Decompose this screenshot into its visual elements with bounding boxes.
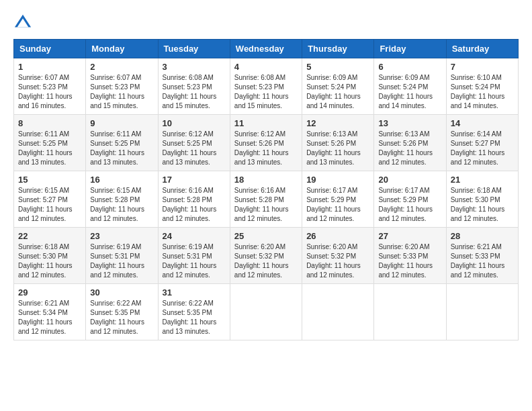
- day-number: 19: [306, 175, 369, 185]
- calendar-cell: 30 Sunrise: 6:22 AMSunset: 5:35 PMDaylig…: [86, 284, 158, 340]
- day-number: 8: [18, 118, 81, 128]
- day-info: Sunrise: 6:15 AMSunset: 5:27 PMDaylight:…: [18, 186, 81, 224]
- day-number: 14: [451, 118, 514, 128]
- day-info: Sunrise: 6:22 AMSunset: 5:35 PMDaylight:…: [90, 299, 153, 336]
- day-info: Sunrise: 6:10 AMSunset: 5:24 PMDaylight:…: [451, 73, 514, 111]
- day-number: 22: [18, 231, 81, 241]
- day-info: Sunrise: 6:07 AMSunset: 5:23 PMDaylight:…: [18, 73, 81, 111]
- calendar-cell: [302, 284, 374, 340]
- day-number: 24: [163, 231, 226, 241]
- calendar-cell: 25 Sunrise: 6:20 AMSunset: 5:32 PMDaylig…: [230, 228, 302, 284]
- calendar-week-2: 8 Sunrise: 6:11 AMSunset: 5:25 PMDayligh…: [14, 115, 519, 171]
- day-header-thursday: Thursday: [302, 40, 374, 58]
- day-info: Sunrise: 6:14 AMSunset: 5:27 PMDaylight:…: [451, 130, 514, 167]
- calendar-cell: 22 Sunrise: 6:18 AMSunset: 5:30 PMDaylig…: [14, 228, 86, 284]
- day-number: 16: [90, 175, 153, 185]
- calendar-week-5: 29 Sunrise: 6:21 AMSunset: 5:34 PMDaylig…: [14, 284, 519, 340]
- day-number: 21: [451, 175, 514, 185]
- day-info: Sunrise: 6:11 AMSunset: 5:25 PMDaylight:…: [18, 130, 81, 167]
- day-info: Sunrise: 6:17 AMSunset: 5:29 PMDaylight:…: [306, 186, 369, 224]
- calendar-cell: 15 Sunrise: 6:15 AMSunset: 5:27 PMDaylig…: [14, 171, 86, 228]
- calendar-cell: 10 Sunrise: 6:12 AMSunset: 5:25 PMDaylig…: [158, 115, 230, 171]
- calendar-cell: 8 Sunrise: 6:11 AMSunset: 5:25 PMDayligh…: [14, 115, 86, 171]
- calendar-cell: 11 Sunrise: 6:12 AMSunset: 5:26 PMDaylig…: [230, 115, 302, 171]
- day-number: 1: [18, 62, 81, 72]
- day-header-monday: Monday: [86, 40, 158, 58]
- day-info: Sunrise: 6:12 AMSunset: 5:25 PMDaylight:…: [163, 130, 226, 167]
- day-header-friday: Friday: [374, 40, 446, 58]
- day-info: Sunrise: 6:16 AMSunset: 5:28 PMDaylight:…: [234, 186, 298, 224]
- calendar-cell: 13 Sunrise: 6:13 AMSunset: 5:26 PMDaylig…: [374, 115, 446, 171]
- day-header-tuesday: Tuesday: [158, 40, 230, 58]
- day-number: 31: [163, 287, 226, 298]
- day-number: 15: [18, 175, 81, 185]
- day-info: Sunrise: 6:07 AMSunset: 5:23 PMDaylight:…: [90, 73, 153, 111]
- calendar-cell: 17 Sunrise: 6:16 AMSunset: 5:28 PMDaylig…: [158, 171, 230, 228]
- day-number: 11: [234, 118, 298, 128]
- calendar-cell: 20 Sunrise: 6:17 AMSunset: 5:29 PMDaylig…: [374, 171, 446, 228]
- day-header-wednesday: Wednesday: [230, 40, 302, 58]
- calendar-cell: 27 Sunrise: 6:20 AMSunset: 5:33 PMDaylig…: [374, 228, 446, 284]
- calendar-cell: [446, 284, 518, 340]
- calendar-week-3: 15 Sunrise: 6:15 AMSunset: 5:27 PMDaylig…: [14, 171, 519, 228]
- calendar-table: SundayMondayTuesdayWednesdayThursdayFrid…: [13, 39, 519, 340]
- day-info: Sunrise: 6:13 AMSunset: 5:26 PMDaylight:…: [378, 130, 441, 167]
- day-info: Sunrise: 6:18 AMSunset: 5:30 PMDaylight:…: [451, 186, 514, 224]
- day-number: 4: [234, 62, 298, 72]
- day-info: Sunrise: 6:12 AMSunset: 5:26 PMDaylight:…: [234, 130, 298, 167]
- calendar-cell: 18 Sunrise: 6:16 AMSunset: 5:28 PMDaylig…: [230, 171, 302, 228]
- day-number: 18: [234, 175, 298, 185]
- day-number: 20: [378, 175, 441, 185]
- calendar-week-1: 1 Sunrise: 6:07 AMSunset: 5:23 PMDayligh…: [14, 58, 519, 115]
- calendar-cell: 31 Sunrise: 6:22 AMSunset: 5:35 PMDaylig…: [158, 284, 230, 340]
- day-info: Sunrise: 6:21 AMSunset: 5:33 PMDaylight:…: [451, 242, 514, 280]
- day-info: Sunrise: 6:16 AMSunset: 5:28 PMDaylight:…: [163, 186, 226, 224]
- calendar-cell: 2 Sunrise: 6:07 AMSunset: 5:23 PMDayligh…: [86, 58, 158, 115]
- calendar-cell: 23 Sunrise: 6:19 AMSunset: 5:31 PMDaylig…: [86, 228, 158, 284]
- day-info: Sunrise: 6:22 AMSunset: 5:35 PMDaylight:…: [163, 299, 226, 336]
- day-number: 26: [306, 231, 369, 241]
- day-number: 10: [163, 118, 226, 128]
- day-info: Sunrise: 6:08 AMSunset: 5:23 PMDaylight:…: [163, 73, 226, 111]
- day-number: 5: [306, 62, 369, 72]
- calendar-cell: 12 Sunrise: 6:13 AMSunset: 5:26 PMDaylig…: [302, 115, 374, 171]
- calendar-cell: 9 Sunrise: 6:11 AMSunset: 5:25 PMDayligh…: [86, 115, 158, 171]
- day-info: Sunrise: 6:20 AMSunset: 5:33 PMDaylight:…: [378, 242, 441, 280]
- day-number: 9: [90, 118, 153, 128]
- page-header: [13, 13, 519, 32]
- day-info: Sunrise: 6:13 AMSunset: 5:26 PMDaylight:…: [306, 130, 369, 167]
- day-number: 6: [378, 62, 441, 72]
- calendar-cell: 21 Sunrise: 6:18 AMSunset: 5:30 PMDaylig…: [446, 171, 518, 228]
- day-info: Sunrise: 6:09 AMSunset: 5:24 PMDaylight:…: [378, 73, 441, 111]
- day-info: Sunrise: 6:19 AMSunset: 5:31 PMDaylight:…: [90, 242, 153, 280]
- calendar-cell: 4 Sunrise: 6:08 AMSunset: 5:23 PMDayligh…: [230, 58, 302, 115]
- calendar-cell: 29 Sunrise: 6:21 AMSunset: 5:34 PMDaylig…: [14, 284, 86, 340]
- day-number: 25: [234, 231, 298, 241]
- calendar-cell: 16 Sunrise: 6:15 AMSunset: 5:28 PMDaylig…: [86, 171, 158, 228]
- calendar-cell: [230, 284, 302, 340]
- calendar-cell: [374, 284, 446, 340]
- day-header-saturday: Saturday: [446, 40, 518, 58]
- day-header-sunday: Sunday: [14, 40, 86, 58]
- day-info: Sunrise: 6:20 AMSunset: 5:32 PMDaylight:…: [306, 242, 369, 280]
- day-info: Sunrise: 6:15 AMSunset: 5:28 PMDaylight:…: [90, 186, 153, 224]
- day-number: 3: [163, 62, 226, 72]
- day-info: Sunrise: 6:19 AMSunset: 5:31 PMDaylight:…: [163, 242, 226, 280]
- logo-icon: [13, 13, 32, 32]
- calendar-cell: 5 Sunrise: 6:09 AMSunset: 5:24 PMDayligh…: [302, 58, 374, 115]
- day-info: Sunrise: 6:17 AMSunset: 5:29 PMDaylight:…: [378, 186, 441, 224]
- day-number: 28: [451, 231, 514, 241]
- calendar-cell: 19 Sunrise: 6:17 AMSunset: 5:29 PMDaylig…: [302, 171, 374, 228]
- calendar-header-row: SundayMondayTuesdayWednesdayThursdayFrid…: [14, 40, 519, 58]
- calendar-cell: 7 Sunrise: 6:10 AMSunset: 5:24 PMDayligh…: [446, 58, 518, 115]
- calendar-cell: 14 Sunrise: 6:14 AMSunset: 5:27 PMDaylig…: [446, 115, 518, 171]
- day-number: 17: [163, 175, 226, 185]
- calendar-cell: 1 Sunrise: 6:07 AMSunset: 5:23 PMDayligh…: [14, 58, 86, 115]
- logo: [13, 13, 35, 32]
- calendar-week-4: 22 Sunrise: 6:18 AMSunset: 5:30 PMDaylig…: [14, 228, 519, 284]
- day-number: 27: [378, 231, 441, 241]
- calendar-cell: 3 Sunrise: 6:08 AMSunset: 5:23 PMDayligh…: [158, 58, 230, 115]
- day-number: 23: [90, 231, 153, 241]
- calendar-cell: 26 Sunrise: 6:20 AMSunset: 5:32 PMDaylig…: [302, 228, 374, 284]
- day-number: 7: [451, 62, 514, 72]
